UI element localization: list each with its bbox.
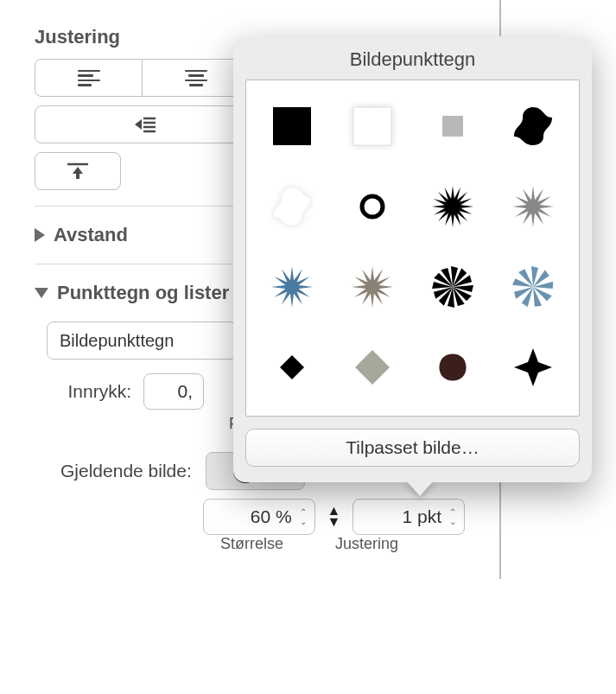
image-bullet-popover: Bildepunkttegn Tilpasset bilde… bbox=[233, 36, 592, 482]
bullet-option-black-diamond[interactable] bbox=[251, 328, 332, 408]
bullet-type-value: Bildepunkttegn bbox=[60, 331, 174, 351]
bullet-option-scribble-diamond[interactable] bbox=[332, 328, 412, 408]
align-left-icon bbox=[78, 70, 100, 86]
chevron-right-icon bbox=[35, 228, 45, 242]
custom-image-label: Tilpasset bilde… bbox=[346, 437, 479, 458]
indent-bullet-field[interactable]: 0, bbox=[143, 373, 204, 410]
bullet-option-brown-diamond[interactable] bbox=[413, 328, 493, 408]
bullet-option-black-starburst[interactable] bbox=[413, 166, 493, 246]
size-stepper[interactable]: ⌃⌄ bbox=[297, 508, 309, 526]
svg-rect-6 bbox=[353, 107, 391, 145]
size-value: 60 % bbox=[209, 506, 297, 527]
bullet-type-select[interactable]: Bildepunkttegn bbox=[47, 322, 237, 360]
align-offset-value: 1 pkt bbox=[359, 506, 447, 527]
bullet-option-black-4star[interactable] bbox=[493, 328, 574, 408]
bullet-grid-scroll[interactable] bbox=[245, 80, 580, 417]
bullet-option-blue-starburst[interactable] bbox=[251, 247, 332, 328]
bullet-option-black-quatrefoil[interactable] bbox=[493, 86, 574, 166]
indent-label: Innrykk: bbox=[54, 381, 131, 402]
size-field[interactable]: 60 % ⌃⌄ bbox=[203, 499, 315, 535]
bullet-option-blue-pinwheel[interactable] bbox=[493, 247, 574, 328]
popover-title: Bildepunkttegn bbox=[245, 48, 580, 71]
bullet-option-gray-square[interactable] bbox=[413, 86, 493, 166]
align-col-label: Justering bbox=[335, 535, 398, 553]
size-col-label: Størrelse bbox=[220, 535, 283, 553]
chevron-down-icon bbox=[35, 288, 48, 298]
bullet-option-gray-starburst[interactable] bbox=[493, 166, 574, 246]
align-center-icon bbox=[185, 70, 207, 86]
align-offset-field[interactable]: 1 pkt ⌃⌄ bbox=[352, 499, 465, 535]
indent-decrease-button[interactable] bbox=[35, 105, 251, 143]
current-image-label: Gjeldende bilde: bbox=[60, 461, 192, 481]
align-left-button[interactable] bbox=[35, 59, 143, 97]
bullets-label: Punkttegn og lister bbox=[57, 282, 229, 304]
bullet-option-black-square[interactable] bbox=[251, 86, 332, 166]
svg-point-8 bbox=[362, 196, 383, 217]
svg-rect-5 bbox=[273, 107, 311, 145]
vertical-align-top-icon bbox=[66, 162, 90, 181]
align-offset-stepper[interactable]: ⌃⌄ bbox=[447, 508, 459, 526]
indent-bullet-value: 0, bbox=[149, 381, 198, 402]
bullet-option-white-square[interactable] bbox=[332, 86, 412, 166]
bullet-grid bbox=[251, 86, 574, 417]
vertical-align-top-button[interactable] bbox=[35, 152, 121, 190]
svg-rect-7 bbox=[442, 116, 463, 137]
indent-decrease-icon bbox=[128, 115, 157, 134]
bullet-option-taupe-starburst[interactable] bbox=[332, 247, 412, 328]
spacing-label: Avstand bbox=[54, 224, 128, 246]
bullet-option-circle-outline[interactable] bbox=[332, 166, 412, 246]
custom-image-button[interactable]: Tilpasset bilde… bbox=[245, 429, 580, 467]
bullet-option-white-quatrefoil[interactable] bbox=[251, 166, 332, 246]
vertical-adjust-icon: ▲▼ bbox=[327, 506, 341, 528]
bullet-option-extra[interactable] bbox=[251, 408, 332, 417]
bullet-option-black-pinwheel[interactable] bbox=[413, 247, 493, 328]
popover-callout-arrow bbox=[406, 481, 434, 496]
